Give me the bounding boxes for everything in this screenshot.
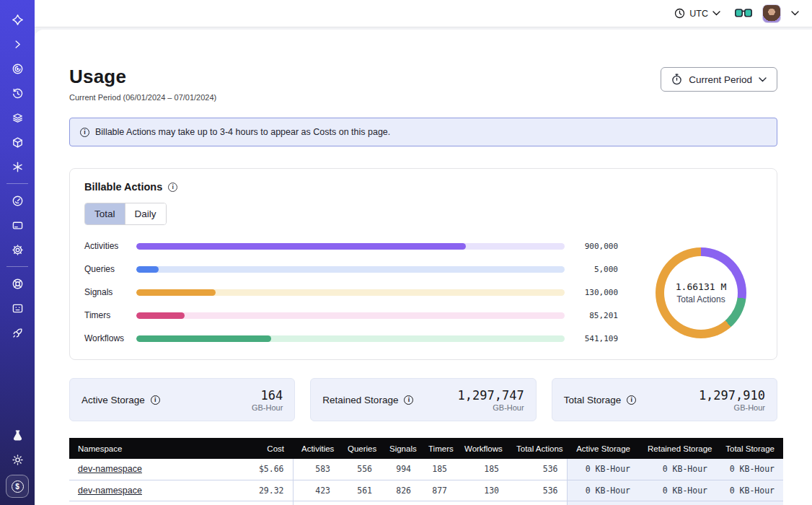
info-banner-text: Billable Actions may take up to 3-4 hour… [95,127,390,137]
info-icon[interactable]: i [404,395,413,405]
page-subtitle: Current Period (06/01/2024 – 07/01/2024) [69,93,216,102]
total-actions-label: Total Actions [676,294,725,304]
cube-icon[interactable] [6,131,29,153]
period-selector-button[interactable]: Current Period [661,67,777,92]
user-avatar[interactable] [762,4,781,23]
namespace-usage-table: Namespace Cost Activities Queries Signal… [69,438,783,505]
period-selector-label: Current Period [689,74,752,85]
content-panel: Usage Current Period (06/01/2024 – 07/01… [35,30,812,505]
bar-row-queries: Queries 5,000 [84,264,618,274]
billable-actions-title: Billable Actions [84,181,162,193]
total-daily-toggle: Total Daily [84,203,167,225]
account-menu-chevron-icon[interactable] [791,11,799,16]
support-lifebuoy-icon[interactable] [6,273,29,294]
info-icon[interactable]: i [627,395,636,405]
total-storage-value: 1,297,910 [699,388,765,403]
labs-flask-icon[interactable] [6,424,29,446]
active-storage-card: Active Storage i 164 GB-Hour [69,378,295,421]
namespace-link[interactable]: dev-namespace [78,464,142,474]
total-actions-donut: 1.66131 M Total Actions [640,247,762,338]
page-title: Usage [69,66,216,88]
feedback-screen-icon[interactable] [6,297,29,319]
rocket-icon[interactable] [6,322,29,343]
expand-sidebar-chevron-icon[interactable] [6,33,29,55]
usage-gauge-icon[interactable] [6,190,29,211]
namespace-link[interactable]: dev-namespace [78,486,142,496]
history-icon[interactable] [6,82,29,104]
dollar-coin-icon: $ [12,480,24,493]
table-row: dev-namespace $3.35 492 536 883 816 600 … [69,501,783,505]
theme-sun-icon[interactable] [6,449,29,470]
chevron-down-icon [712,11,720,16]
info-icon[interactable]: i [168,183,177,192]
bar-row-activities: Activities 900,000 [84,241,618,251]
billable-actions-card: Billable Actions i Total Daily Activitie… [69,168,777,360]
info-icon: i [80,128,89,137]
main-area: Usage Current Period (06/01/2024 – 07/01… [35,27,812,505]
topbar: UTC [35,0,812,27]
retained-storage-card: Retained Storage i 1,297,747 GB-Hour [310,378,536,421]
billing-card-icon[interactable] [6,214,29,236]
table-row: dev-namespace $5.66 583 556 994 185 185 … [69,459,783,480]
sidebar-divider [6,183,28,184]
tab-daily[interactable]: Daily [125,203,166,224]
glasses-icon[interactable] [735,9,752,18]
total-actions-value: 1.66131 M [676,281,726,292]
info-banner: i Billable Actions may take up to 3-4 ho… [69,118,777,146]
timezone-label: UTC [689,9,708,19]
timezone-selector[interactable]: UTC [674,8,720,19]
credits-button[interactable]: $ [6,475,29,498]
bar-row-timers: Timers 85,201 [84,310,618,320]
retained-storage-value: 1,297,747 [458,388,524,403]
sidebar: $ [0,0,35,505]
tab-total[interactable]: Total [85,203,125,224]
chevron-down-icon [759,77,767,82]
nexus-asterisk-icon[interactable] [6,156,29,177]
settings-gear-icon[interactable] [6,239,29,260]
table-row: dev-namespace 29.32 423 561 826 877 130 … [69,480,783,501]
namespaces-icon[interactable] [6,58,29,79]
info-icon[interactable]: i [151,395,160,405]
billable-actions-bar-chart: Activities 900,000 Queries 5,000 Signals [84,241,618,345]
active-storage-value: 164 [252,388,283,403]
layers-icon[interactable] [6,107,29,128]
total-storage-card: Total Storage i 1,297,910 GB-Hour [552,378,777,421]
table-header-row: Namespace Cost Activities Queries Signal… [69,438,783,459]
clock-icon [674,8,685,19]
temporal-logo[interactable] [6,9,29,30]
stopwatch-icon [671,74,682,85]
sidebar-divider [6,266,28,267]
bar-row-workflows: Workflows 541,109 [84,333,618,343]
bar-row-signals: Signals 130,000 [84,287,618,297]
